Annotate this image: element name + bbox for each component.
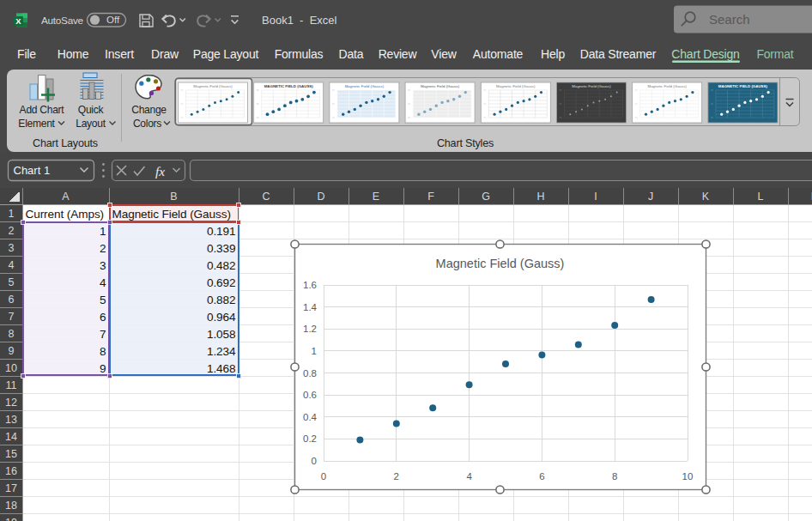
svg-text:7: 7 [9,311,15,323]
svg-text:Current (Amps): Current (Amps) [26,208,105,221]
svg-text:MAGNETIC FIELD (GAUSS): MAGNETIC FIELD (GAUSS) [264,84,314,88]
svg-text:0.2: 0.2 [303,433,317,444]
svg-text:0.191: 0.191 [207,225,236,238]
svg-text:17: 17 [5,482,17,494]
svg-text:1: 1 [9,208,15,220]
svg-text:3: 3 [9,242,15,254]
svg-text:Magnetic Field (Gauss): Magnetic Field (Gauss) [496,84,536,88]
svg-text:8: 8 [9,328,15,340]
svg-text:H: H [536,191,544,203]
svg-text:10: 10 [682,471,694,482]
svg-text:18: 18 [5,500,17,512]
svg-text:1.2: 1.2 [303,324,317,334]
svg-text:Help: Help [541,47,565,61]
svg-text:5: 5 [9,276,15,288]
svg-text:Formulas: Formulas [275,47,324,61]
svg-text:Magnetic Field (Gauss): Magnetic Field (Gauss) [648,84,688,88]
svg-text:16: 16 [5,465,17,477]
svg-text:Format: Format [756,47,793,61]
svg-text:12: 12 [5,397,17,409]
svg-text:Magnetic Field (Gauss): Magnetic Field (Gauss) [193,84,233,88]
svg-text:fx: fx [155,164,165,179]
svg-text:Chart Design: Chart Design [671,47,739,61]
svg-text:0.692: 0.692 [207,276,236,289]
svg-text:0.8: 0.8 [303,368,317,379]
svg-text:Data Streamer: Data Streamer [580,47,657,61]
svg-text:Automate: Automate [473,47,524,61]
svg-text:4: 4 [466,471,472,482]
svg-text:Book1 - Excel: Book1 - Excel [262,14,337,27]
svg-text:Page Layout: Page Layout [193,47,259,61]
svg-text:9: 9 [9,345,15,357]
svg-text:1: 1 [312,346,317,356]
svg-text:G: G [482,191,490,203]
svg-text:Review: Review [379,47,418,61]
svg-text:Magnetic Field (Gauss): Magnetic Field (Gauss) [345,84,385,88]
svg-text:0: 0 [312,456,317,466]
svg-text:2: 2 [9,225,15,237]
svg-text:2: 2 [394,471,399,482]
svg-text:L: L [758,191,764,203]
svg-text:1: 1 [100,225,106,238]
svg-text:Draw: Draw [151,47,179,61]
svg-text:Magnetic Field (Gauss): Magnetic Field (Gauss) [436,257,565,270]
svg-text:0: 0 [321,471,326,482]
svg-text:B: B [170,191,177,203]
svg-text:6: 6 [100,311,106,324]
svg-text:J: J [648,191,653,203]
svg-text:2: 2 [100,242,106,255]
svg-text:14: 14 [5,431,17,443]
svg-text:1.4: 1.4 [303,302,318,312]
svg-text:11: 11 [6,379,17,391]
svg-text:F: F [427,191,434,203]
svg-text:0.482: 0.482 [207,259,236,272]
svg-text:7: 7 [100,328,106,341]
svg-text:Magnetic Field (Gauss): Magnetic Field (Gauss) [421,84,460,88]
svg-text:4: 4 [9,259,15,271]
svg-text:9: 9 [100,362,106,375]
svg-text:Search: Search [709,12,750,27]
svg-text:1.468: 1.468 [207,362,236,375]
svg-text:19: 19 [5,517,17,521]
svg-text:A: A [62,191,70,203]
svg-text:1.6: 1.6 [303,280,317,290]
svg-text:X: X [15,16,21,26]
svg-text:Data: Data [339,47,364,61]
svg-text:Insert: Insert [105,47,134,61]
svg-text:0.882: 0.882 [207,294,236,306]
svg-text:0.4: 0.4 [303,412,318,422]
svg-text:4: 4 [100,276,106,289]
svg-text:1.058: 1.058 [207,328,236,341]
svg-text:6: 6 [539,471,544,482]
svg-text:AutoSave: AutoSave [41,15,83,27]
svg-text:3: 3 [100,259,106,272]
svg-text:Magnetic Field (Gauss): Magnetic Field (Gauss) [112,208,231,221]
svg-text:0.339: 0.339 [207,242,236,255]
svg-text:13: 13 [5,414,17,426]
svg-text:File: File [17,47,36,61]
svg-text:0.6: 0.6 [303,390,317,400]
svg-text:10: 10 [5,362,17,374]
svg-text:Chart 1: Chart 1 [14,164,51,177]
svg-text:K: K [702,191,710,203]
svg-text:I: I [594,191,597,203]
svg-text:8: 8 [612,471,617,482]
svg-text:MAGNETIC FIELD (GAUSS): MAGNETIC FIELD (GAUSS) [718,84,768,88]
svg-text:15: 15 [5,448,17,460]
svg-text:C: C [262,191,270,203]
svg-text:6: 6 [9,294,15,306]
svg-text:1.234: 1.234 [207,345,236,358]
svg-text:View: View [431,47,457,61]
svg-text:Off: Off [106,15,120,25]
svg-text:8: 8 [100,345,106,358]
svg-text:E: E [373,191,379,203]
svg-text:Magnetic Field (Gauss): Magnetic Field (Gauss) [572,84,611,88]
svg-text:D: D [317,191,324,203]
svg-text:0.964: 0.964 [207,311,236,324]
svg-text:5: 5 [100,294,106,306]
svg-text:Home: Home [58,47,89,61]
